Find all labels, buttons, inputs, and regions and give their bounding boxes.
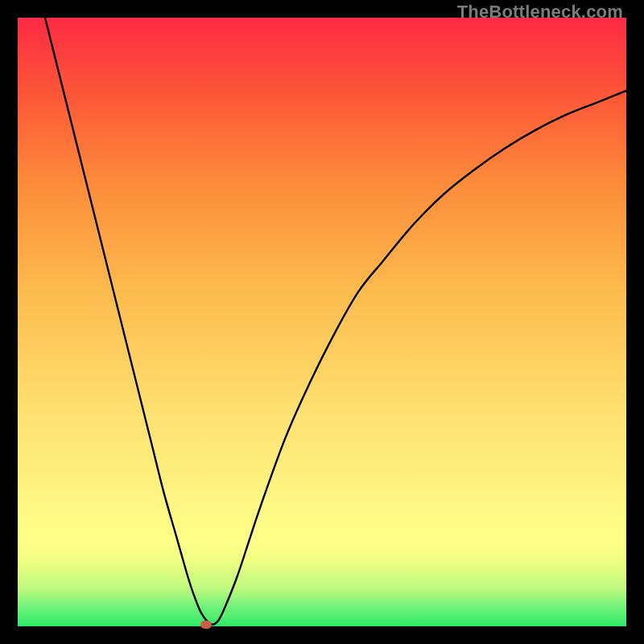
bottleneck-curve xyxy=(18,18,626,626)
optimum-marker xyxy=(200,621,212,629)
watermark-text: TheBottleneck.com xyxy=(457,2,623,23)
plot-area xyxy=(18,18,626,626)
chart-frame: TheBottleneck.com xyxy=(0,0,644,644)
